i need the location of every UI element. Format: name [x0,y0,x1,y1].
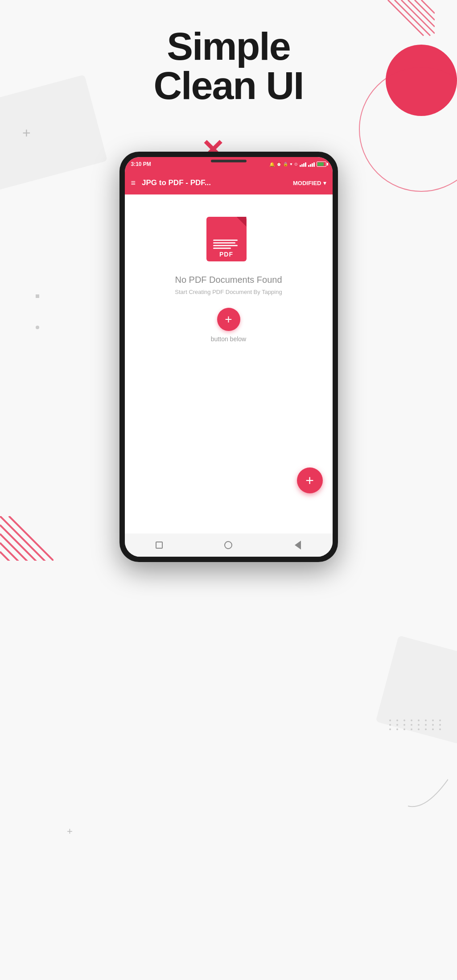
phone-mockup: 3:10 PM 🔔 ⏰ 🔒 ♥ ⊙ [119,152,338,562]
pdf-corner-fold [237,217,247,227]
header-section: Simple Clean UI [0,27,457,105]
toolbar-app-title: JPG to PDF - PDF... [142,178,287,187]
status-icons: 🔔 ⏰ 🔒 ♥ ⊙ [269,161,326,167]
empty-state-subtitle: Start Creating PDF Document By Tapping [175,289,282,295]
svg-line-1 [415,0,435,20]
circle-icon: ⊙ [294,162,298,166]
status-time: 3:10 PM [131,161,151,167]
recents-square-icon [156,542,163,549]
svg-line-9 [0,525,40,561]
phone-speaker [211,160,247,162]
svg-line-6 [0,552,13,561]
svg-line-2 [408,0,435,27]
pdf-text-lines [213,240,240,249]
alarm-icon: 🔔 [269,162,275,167]
dot-decoration [36,326,39,329]
app-content: PDF No PDF Documents Found Start Creatin… [125,194,333,533]
sort-label: MODIFIED [293,180,321,186]
pdf-line-3 [213,245,238,246]
pdf-line-2 [213,242,235,244]
lock-icon: 🔒 [283,162,288,166]
empty-state-title: No PDF Documents Found [175,275,282,285]
fab-add-button[interactable]: + [297,467,323,493]
nav-back-button[interactable] [292,539,304,551]
svg-line-11 [9,516,54,561]
phone-screen: 3:10 PM 🔔 ⏰ 🔒 ♥ ⊙ [125,157,333,557]
chevron-down-icon: ▾ [323,179,326,186]
fab-plus-icon: + [305,473,314,488]
status-bar: 3:10 PM 🔔 ⏰ 🔒 ♥ ⊙ [125,157,333,171]
phone-nav-bar [125,533,333,557]
pdf-document-shape: PDF [206,217,247,261]
battery-icon [317,161,326,167]
add-document-button[interactable]: + [217,308,240,331]
header-title: Simple Clean UI [0,27,457,105]
plus-decoration-bl: + [67,826,73,837]
phone-shell: 3:10 PM 🔔 ⏰ 🔒 ♥ ⊙ [119,152,338,562]
nav-home-button[interactable] [222,539,235,551]
pdf-icon: PDF [206,217,251,266]
nav-recents-button[interactable] [153,539,165,551]
svg-line-0 [421,0,435,13]
header-title-line2: Clean UI [153,63,303,108]
hamburger-menu-icon[interactable]: ≡ [131,178,136,188]
svg-line-7 [0,543,22,561]
sort-button[interactable]: MODIFIED ▾ [293,179,326,186]
pdf-text-label: PDF [219,251,233,258]
app-toolbar: ≡ JPG to PDF - PDF... MODIFIED ▾ [125,171,333,194]
back-triangle-icon [295,541,301,550]
signal-bars-1 [300,161,306,167]
add-button-plus-icon: + [225,313,232,326]
clock-icon: ⏰ [276,162,281,166]
heart-icon: ♥ [290,162,292,166]
home-circle-icon [224,541,232,549]
pdf-line-1 [213,240,238,241]
dots-pattern-br [389,719,444,730]
signal-bars-2 [308,161,315,167]
pdf-line-4 [213,248,231,249]
svg-line-8 [0,534,31,561]
svg-line-10 [0,516,49,561]
header-title-line1: Simple [167,24,290,68]
plus-decoration-tl: + [22,125,31,141]
dot-decoration [36,294,39,298]
button-hint-text: button below [211,335,246,343]
